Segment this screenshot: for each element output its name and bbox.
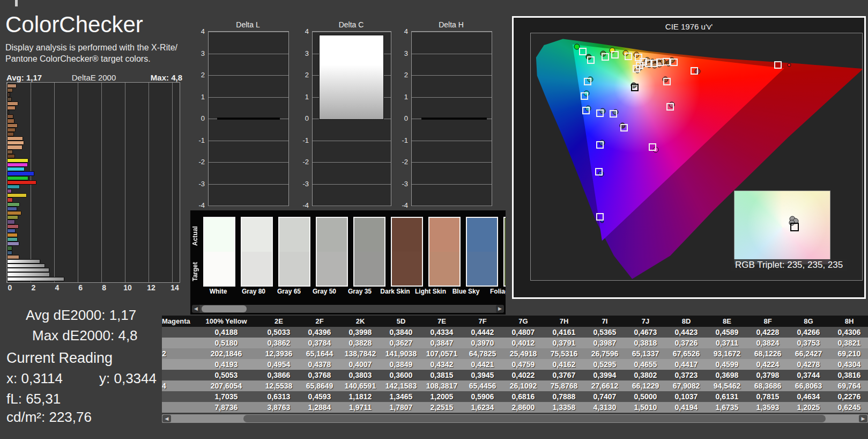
deltae-bar bbox=[7, 246, 12, 250]
swatch-scroll-right-icon[interactable]: ▶ bbox=[496, 305, 504, 313]
cie-target-marker bbox=[582, 107, 590, 114]
delta-gridline bbox=[209, 141, 288, 141]
deltae-x-tick: 2 bbox=[31, 283, 35, 292]
table-cell: 0,3970 bbox=[462, 338, 503, 348]
delta-gridline bbox=[209, 75, 288, 76]
table-cell: 2,2515 bbox=[421, 402, 462, 413]
table-cell: 4 bbox=[162, 381, 194, 391]
table-column-header: 8E bbox=[707, 316, 747, 327]
table-cell: 0,3744 bbox=[788, 370, 829, 381]
delta-gridline bbox=[412, 75, 492, 76]
deltae-bar bbox=[7, 242, 19, 246]
table-cell: 202,1846 bbox=[194, 348, 258, 359]
swatch-scroll-left-icon[interactable]: ◀ bbox=[192, 305, 200, 313]
table-cell: 26,7596 bbox=[584, 348, 625, 359]
cie-plot[interactable]: RGB Triplet: 235, 235, 235 0,55–0,5–0,45… bbox=[530, 33, 863, 281]
delta-y-tick: 0 bbox=[392, 114, 408, 122]
table-cell: 0,6245 bbox=[829, 402, 868, 413]
table-column-header: 7F bbox=[462, 316, 503, 327]
table-cell: 4,3130 bbox=[584, 402, 625, 413]
table-cell: 1,3465 bbox=[381, 391, 421, 402]
deltae-bar bbox=[7, 224, 19, 229]
deltae-bar bbox=[7, 145, 23, 149]
swatch-scrollbar[interactable]: ◀ ▶ bbox=[192, 305, 504, 313]
deltae-bar bbox=[7, 92, 10, 97]
delta-y-tick: 4 bbox=[189, 27, 205, 35]
table-cell: 3,8763 bbox=[258, 402, 299, 413]
table-cell: 0,4266 bbox=[788, 327, 829, 338]
delta-y-tick: -3 bbox=[392, 179, 408, 187]
table-cell: 0,6313 bbox=[258, 391, 299, 402]
table-cell: 0,3815 bbox=[421, 370, 462, 381]
table-cell: 12,5538 bbox=[258, 381, 299, 391]
cie-target-marker bbox=[691, 67, 698, 75]
avg-de2000-reading: Avg dE2000: 1,17 bbox=[26, 307, 136, 324]
table-column-header: 2F bbox=[299, 316, 340, 327]
table-cell: 0,3726 bbox=[666, 338, 707, 348]
table-cell: 0,4194 bbox=[666, 402, 707, 413]
delta-gridline bbox=[209, 97, 288, 98]
swatch-actual-color bbox=[429, 218, 459, 252]
table-column-header: 5D bbox=[381, 316, 421, 327]
deltae-bar-chart bbox=[6, 82, 180, 283]
delta-y-tick: -3 bbox=[293, 179, 309, 187]
table-cell: 1,1812 bbox=[340, 391, 381, 402]
deltae-bar bbox=[7, 88, 13, 92]
deltae-x-tick: 4 bbox=[55, 283, 59, 292]
table-cell: 0,3600 bbox=[381, 370, 421, 381]
table-cell: 7,8736 bbox=[194, 402, 258, 413]
swatch-target-color bbox=[279, 252, 309, 286]
table-cell: 0,3802 bbox=[625, 370, 666, 381]
table-cell: 0,4224 bbox=[747, 359, 788, 370]
table-cell: 66,2427 bbox=[788, 348, 829, 359]
table-cell: 0,4007 bbox=[340, 359, 381, 370]
delta-y-tick: 1 bbox=[392, 92, 408, 100]
swatch-target-color bbox=[242, 252, 272, 286]
cie-target-marker bbox=[625, 53, 632, 60]
deltae-bar bbox=[7, 176, 28, 180]
table-cell: 0,3791 bbox=[544, 338, 584, 348]
delta-y-tick: -4 bbox=[392, 201, 408, 209]
fl-reading: fL: 65,31 bbox=[6, 391, 61, 407]
table-cell: 93,1672 bbox=[707, 348, 747, 359]
table-cell bbox=[162, 402, 194, 413]
deltae-bar bbox=[7, 268, 49, 272]
table-cell: 108,3817 bbox=[421, 381, 462, 391]
table-cell: 0,3840 bbox=[381, 327, 421, 338]
deltae-bar bbox=[7, 211, 21, 215]
table-scrollbar[interactable]: ◀ ▶ bbox=[162, 414, 868, 423]
swatch-scrollbar-thumb[interactable] bbox=[202, 305, 247, 312]
table-cell: 0,6131 bbox=[707, 391, 747, 402]
delta-y-tick: 0 bbox=[293, 114, 309, 122]
table-scroll-right-icon[interactable]: ▶ bbox=[859, 415, 867, 422]
cie-selected-target-marker bbox=[631, 84, 639, 91]
table-column-header: 7E bbox=[421, 316, 462, 327]
table-scroll-left-icon[interactable]: ◀ bbox=[162, 415, 171, 422]
deltae-bar bbox=[7, 185, 20, 189]
table-cell: 65,4456 bbox=[462, 381, 503, 391]
swatch-target-color bbox=[505, 252, 506, 286]
table-cell: 107,0571 bbox=[421, 348, 462, 359]
cie-whitepoint-inset bbox=[734, 191, 830, 265]
table-cell: 0,4423 bbox=[666, 327, 707, 338]
table-cell: 1,7035 bbox=[194, 391, 258, 402]
delta-gridline bbox=[412, 162, 492, 163]
table-column-header: 7G bbox=[503, 316, 544, 327]
table-cell: 0,5033 bbox=[258, 327, 299, 338]
table-cell: 75,8768 bbox=[544, 381, 584, 391]
deltae-bar bbox=[7, 163, 28, 167]
deltae-bar bbox=[7, 251, 12, 255]
table-cell: 0,3847 bbox=[421, 338, 462, 348]
table-column-header: Magenta bbox=[162, 316, 194, 327]
swatch-actual-color bbox=[317, 218, 347, 252]
table-cell: 0,3627 bbox=[381, 338, 421, 348]
delta-chart-plot bbox=[411, 31, 492, 206]
table-cell: 0,4306 bbox=[829, 327, 868, 338]
swatch-label: White bbox=[202, 288, 234, 295]
swatch-label: Blue Sky bbox=[450, 288, 482, 295]
table-scrollbar-thumb[interactable] bbox=[243, 415, 826, 422]
table-cell: 75,5316 bbox=[544, 348, 584, 359]
delta-y-tick: 1 bbox=[293, 92, 309, 100]
deltae-bar bbox=[7, 132, 14, 136]
measurement-table: Magenta100% Yellow2E2F2K5D7E7F7G7H7I7J8D… bbox=[162, 316, 868, 424]
